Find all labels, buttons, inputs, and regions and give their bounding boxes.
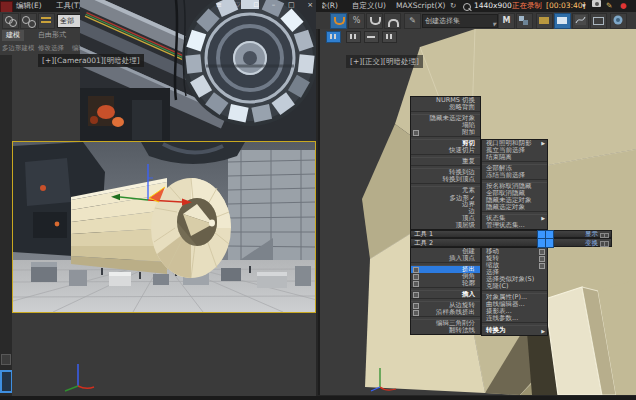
angle-snap-icon[interactable]: % <box>348 13 365 29</box>
quad-item[interactable]: 冻结当前选择 <box>482 172 547 179</box>
quad-item[interactable]: 快速切片 <box>411 147 480 154</box>
quad-item[interactable]: 附加 <box>411 129 480 136</box>
quad-item[interactable]: 元素 <box>411 187 480 194</box>
quad-header-buttons[interactable] <box>600 241 609 245</box>
settings-box-icon[interactable] <box>413 310 419 316</box>
quad-item[interactable]: 插入顶点 <box>411 255 480 262</box>
quad-item[interactable]: 边 <box>411 208 480 215</box>
quad-header-buttons[interactable] <box>600 233 609 237</box>
curve-editor-icon[interactable] <box>572 13 589 29</box>
quad-item-convert-to[interactable]: 转换为▶ <box>482 326 547 335</box>
quad-item-inset[interactable]: 插入 <box>411 291 480 298</box>
viewport-label-camera[interactable]: [+][Camera001][明暗处理] <box>38 54 144 67</box>
fullscreen-icon[interactable]: ⊡ <box>253 0 259 11</box>
maximize-icon[interactable]: □ <box>288 0 295 11</box>
quad-item[interactable]: 对象属性(P)... <box>482 294 547 301</box>
settings-box-icon[interactable] <box>413 130 419 136</box>
quad-item[interactable]: 隐藏选定对象 <box>482 204 547 211</box>
quad-item-scale[interactable]: 缩放 <box>482 262 547 269</box>
quad-item[interactable]: 轮廓 <box>411 280 480 287</box>
tab-freeform[interactable]: 自由形式 <box>34 30 70 41</box>
settings-box-icon[interactable] <box>413 292 419 298</box>
quad-item[interactable]: 编辑三角剖分 <box>411 320 480 327</box>
named-selection-set-input[interactable]: 创建选择集▼ <box>422 14 498 28</box>
edit-named-sets-icon[interactable]: ✎ <box>404 13 421 29</box>
spinner-snap-icon[interactable] <box>384 13 401 29</box>
quad-item[interactable]: 管理状态集... <box>482 222 547 229</box>
select-and-link-icon[interactable] <box>2 13 19 29</box>
record-dot-icon[interactable]: ● <box>620 0 627 12</box>
quad-item[interactable]: 全部取消隐藏 <box>482 190 547 197</box>
dropdown-icon[interactable]: ▾ <box>582 0 586 12</box>
quad-item[interactable]: 连线参数... <box>482 315 547 322</box>
quad-item[interactable]: 忽略背面 <box>411 104 480 111</box>
quad-item[interactable]: 沿样条线挤出 <box>411 309 480 316</box>
quad-item[interactable]: 曲线编辑器... <box>482 301 547 308</box>
quad-item[interactable]: 顶层级 <box>411 222 480 229</box>
quad-item[interactable]: 顶点 <box>411 215 480 222</box>
viewport-toolbar-icon-2[interactable] <box>346 31 361 43</box>
quad-item[interactable]: 边界 <box>411 201 480 208</box>
menu-tools[interactable]: 工具(T) <box>56 0 81 12</box>
unlink-selection-icon[interactable] <box>20 13 37 29</box>
quad-item-submenu[interactable]: 状态集▶ <box>482 215 547 222</box>
quad-header-tools1[interactable]: 工具 1 显示 <box>410 230 612 239</box>
quad-item[interactable]: 摄影表... <box>482 308 547 315</box>
quad-item[interactable]: 倒角 <box>411 273 480 280</box>
viewport-toolbar-icon-4[interactable] <box>382 31 397 43</box>
menu-edit[interactable]: 编辑(E) <box>16 0 42 12</box>
quad-item[interactable]: 选择类似对象(S) <box>482 276 547 283</box>
viewport-toolbar-icon-3[interactable] <box>364 31 379 43</box>
settings-box-icon[interactable] <box>413 281 419 287</box>
quad-item[interactable]: 孤立当前选择 <box>482 147 547 154</box>
quad-item-polygon-checked[interactable]: 多边形✓ <box>411 194 480 201</box>
quad-item[interactable]: 克隆(C) <box>482 283 547 290</box>
viewport-toolbar-icon-1[interactable] <box>326 31 341 43</box>
manage-layers-icon[interactable] <box>536 13 553 29</box>
align-icon[interactable] <box>516 13 533 29</box>
window-menu-icon[interactable]: ≡ <box>216 0 222 11</box>
reference-image-window[interactable] <box>80 0 316 141</box>
quad-item[interactable]: 选择 <box>482 269 547 276</box>
mirror-icon[interactable]: M <box>498 13 515 29</box>
quad-header-tools2[interactable]: 工具 2 变换 <box>410 238 612 247</box>
quad-item[interactable]: 翻转法线 <box>411 327 480 334</box>
viewport-label-ortho[interactable]: [+][正交][明暗处理] <box>346 55 423 68</box>
quad-item[interactable]: NURMS 切换 <box>411 97 480 104</box>
quad-item[interactable]: 转换到顶点 <box>411 176 480 183</box>
menu-render[interactable]: 渲染(R) <box>322 0 338 12</box>
quad-item[interactable]: 转换到边 <box>411 169 480 176</box>
quad-item[interactable]: 隐藏未选定对象 <box>482 197 547 204</box>
quad-item[interactable]: 从边旋转 <box>411 302 480 309</box>
refresh-icon[interactable]: ↻ <box>450 1 456 10</box>
scene-explorer-icon[interactable] <box>554 13 571 29</box>
quad-item[interactable]: 结束隔离 <box>482 154 547 161</box>
favorite-icon[interactable]: ♡ <box>234 0 240 11</box>
layout-tab[interactable] <box>1 354 11 365</box>
quad-item[interactable]: 按名称取消隐藏 <box>482 183 547 190</box>
render-setup-icon[interactable] <box>610 13 627 29</box>
schematic-view-icon[interactable] <box>590 13 607 29</box>
percent-snap-icon[interactable] <box>366 13 383 29</box>
quad-item[interactable]: 隐藏未选定对象 <box>411 115 480 122</box>
pencil-icon[interactable]: ✎ <box>606 0 612 12</box>
bind-to-space-warp-icon[interactable] <box>38 13 55 29</box>
quad-item[interactable]: 塌陷 <box>411 122 480 129</box>
menu-customize[interactable]: 自定义(U) <box>352 0 386 12</box>
quad-item[interactable]: 创建 <box>411 248 480 255</box>
quad-item-extrude-highlighted[interactable]: 挤出 <box>411 266 480 273</box>
ribbon-group-polygon-modeling[interactable]: 多边形建模 <box>2 43 35 54</box>
quad-item-rotate[interactable]: 旋转 <box>482 255 547 262</box>
ribbon-group-modify-selection[interactable]: 修改选择 <box>38 43 64 54</box>
tab-modeling[interactable]: 建模 <box>2 30 24 41</box>
screenshot-camera-icon[interactable] <box>592 0 601 7</box>
quad-item[interactable]: 全部解冻 <box>482 165 547 172</box>
menu-maxscript[interactable]: MAXScript(X) <box>396 0 445 12</box>
quad-item-cut[interactable]: 剪切 <box>411 140 480 147</box>
minimize-icon[interactable]: – <box>272 0 276 11</box>
close-icon[interactable]: × <box>307 0 313 11</box>
quad-item-submenu[interactable]: 视口照明和阴影▶ <box>482 140 547 147</box>
snap-toggle-icon[interactable] <box>330 13 347 29</box>
quad-item-move[interactable]: 移动 <box>482 248 547 255</box>
quad-item[interactable]: 重复 <box>411 158 480 165</box>
